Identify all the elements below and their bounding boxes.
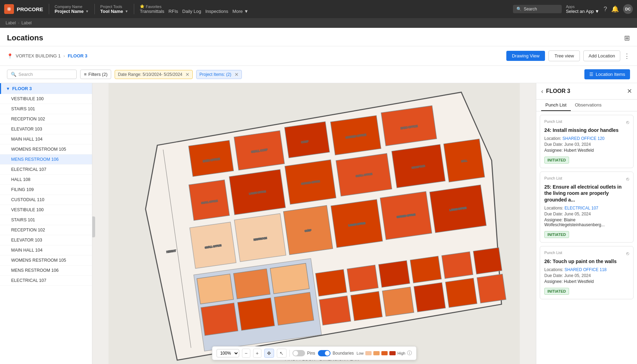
floor-plan-svg[interactable]: EXEC OFFICE SMALL CONF CONF SHARED OFFIC… <box>92 83 536 364</box>
external-link-icon-0[interactable]: ⎋ <box>626 119 629 125</box>
sidebar-item-4[interactable]: MAIN HALL 104 <box>0 134 92 144</box>
drawing-view-button[interactable]: Drawing View <box>506 51 545 61</box>
sidebar-item-13[interactable]: RECEPTION 102 <box>0 225 92 235</box>
inspections-link[interactable]: Inspections <box>205 9 228 14</box>
apps-dropdown-icon: ▼ <box>595 9 599 14</box>
sidebar-item-5[interactable]: WOMENS RESTROOM 105 <box>0 144 92 155</box>
svg-rect-23 <box>442 252 473 278</box>
panel-back-button[interactable]: ‹ <box>541 88 543 95</box>
card-location-0: Location: SHARED OFFICE 120 <box>544 136 629 141</box>
favorites-links: Transmittals RFIs Daily Log Inspections … <box>140 9 248 14</box>
location-items-button[interactable]: ☰ Location Items <box>584 69 630 79</box>
svg-rect-30 <box>477 274 506 303</box>
legend-high-label: High <box>398 351 406 355</box>
project-tools-selector[interactable]: Project Tools Tool Name ▼ <box>100 5 128 14</box>
date-range-close-icon[interactable]: ✕ <box>185 72 190 77</box>
add-location-button[interactable]: Add Location <box>583 50 620 61</box>
sidebar-item-18[interactable]: ELECTRICAL 107 <box>0 276 92 286</box>
external-link-icon-1[interactable]: ⎋ <box>626 176 629 182</box>
sidebar-item-16[interactable]: WOMENS RESTROOM 105 <box>0 255 92 266</box>
boundaries-toggle[interactable] <box>318 350 331 356</box>
sidebar-item-12[interactable]: STAIRS 101 <box>0 215 92 225</box>
grid-icon[interactable]: ⊞ <box>624 34 630 42</box>
sidebar-item-15[interactable]: MAIN HALL 104 <box>0 245 92 255</box>
svg-rect-19 <box>315 269 347 296</box>
notifications-icon[interactable]: 🔔 <box>611 5 619 13</box>
page-title: Locations <box>7 33 43 42</box>
sidebar-items-list: VESTIBULE 100STAIRS 101RECEPTION 102ELEV… <box>0 94 92 286</box>
boundaries-toggle-group[interactable]: Boundaries <box>318 350 354 356</box>
sidebar-item-2[interactable]: RECEPTION 102 <box>0 114 92 124</box>
breadcrumb-label-2[interactable]: Label <box>21 21 31 25</box>
more-link[interactable]: More ▼ <box>232 9 248 14</box>
card-header-0: Punch List ⎋ <box>544 119 629 125</box>
list-icon: ☰ <box>589 72 593 77</box>
sidebar-floor-item[interactable]: ▼ FLOOR 3 <box>0 83 92 94</box>
pan-tool-button[interactable]: ✥ <box>264 349 274 358</box>
external-link-icon-2[interactable]: ⎋ <box>626 251 629 256</box>
project-items-close-icon[interactable]: ✕ <box>235 72 239 77</box>
sidebar-item-3[interactable]: ELEVATOR 103 <box>0 124 92 134</box>
favorites-label: ⭐ Favorites <box>140 4 248 9</box>
project-items-label: Project Items: (2) <box>199 72 231 77</box>
card-assignee-2: Assignee: Hubert Westfeld <box>544 279 629 284</box>
sidebar-item-17[interactable]: MENS RESTROOM 106 <box>0 266 92 276</box>
svg-rect-29 <box>445 278 477 307</box>
card-location-link-1[interactable]: ELECTRICAL 107 <box>565 206 598 211</box>
date-range-chip[interactable]: Date Range: 5/10/2024- 5/25/2024 ✕ <box>115 70 193 79</box>
sidebar-item-6[interactable]: MENS RESTROOM 106 <box>0 155 92 165</box>
tab-observations[interactable]: Observations <box>571 100 606 111</box>
sidebar-item-1[interactable]: STAIRS 101 <box>0 104 92 114</box>
card-due-date-1: Due Date: June 05, 2024 <box>544 212 629 216</box>
panel-header: ‹ FLOOR 3 ✕ <box>536 83 637 100</box>
svg-rect-32 <box>197 274 233 304</box>
zoom-out-button[interactable]: − <box>242 349 250 358</box>
card-status-badge-0: INITIATED <box>544 157 569 164</box>
select-tool-button[interactable]: ↖ <box>277 349 286 358</box>
tree-view-button[interactable]: Tree view <box>548 50 580 61</box>
rfis-link[interactable]: RFIs <box>169 9 178 14</box>
panel-close-button[interactable]: ✕ <box>627 87 632 95</box>
card-location-link-0[interactable]: SHARED OFFICE 120 <box>562 136 605 141</box>
location-path: 📍 VORTEX BUILDING 1 › FLOOR 3 <box>7 53 87 59</box>
sidebar-item-14[interactable]: ELEVATOR 103 <box>0 235 92 245</box>
left-scroll-handle[interactable] <box>92 216 95 237</box>
project-dropdown-icon: ▼ <box>85 9 89 13</box>
sidebar-item-11[interactable]: VESTIBULE 100 <box>0 205 92 215</box>
app-selector[interactable]: Apps Select an App ▼ <box>566 5 599 14</box>
filters-button[interactable]: ≡ Filters (2) <box>80 70 111 79</box>
zoom-selector[interactable]: 100% 75% 50% 125% 150% <box>216 349 239 357</box>
project-items-chip[interactable]: Project Items: (2) ✕ <box>196 70 241 79</box>
sidebar-item-10[interactable]: CUSTODIAL 110 <box>0 195 92 205</box>
search-box[interactable]: 🔍 <box>7 70 77 79</box>
sidebar-item-8[interactable]: HALL 108 <box>0 175 92 185</box>
pins-toggle[interactable] <box>292 350 305 356</box>
sidebar-item-7[interactable]: ELECTRICAL 107 <box>0 165 92 175</box>
company-project-selector[interactable]: Company Name Project Name ▼ <box>55 5 89 14</box>
help-icon[interactable]: ? <box>604 6 607 13</box>
more-options-icon[interactable]: ⋮ <box>624 52 630 60</box>
sidebar-item-9[interactable]: FILING 109 <box>0 185 92 195</box>
daily-log-link[interactable]: Daily Log <box>182 9 201 14</box>
sidebar-item-0[interactable]: VESTIBULE 100 <box>0 94 92 104</box>
legend-low-label: Low <box>356 351 363 355</box>
card-location-2: Locations: SHARED OFFICE 118 <box>544 267 629 272</box>
search-input[interactable] <box>18 72 73 77</box>
user-avatar[interactable]: DC <box>623 4 633 14</box>
legend-mid2-color <box>382 351 388 355</box>
transmittals-link[interactable]: Transmittals <box>140 9 164 14</box>
breadcrumb-label-1[interactable]: Label <box>6 21 16 25</box>
logo-area[interactable]: PROCORE <box>4 4 43 14</box>
building-link[interactable]: VORTEX BUILDING 1 <box>16 53 61 58</box>
tab-punch-list[interactable]: Punch List <box>541 100 571 111</box>
legend-info-icon[interactable]: ⓘ <box>407 350 412 356</box>
nav-divider-1 <box>49 4 49 14</box>
nav-search-area[interactable]: 🔍 Search <box>513 5 562 13</box>
svg-rect-22 <box>410 256 442 283</box>
sidebar: ▼ FLOOR 3 VESTIBULE 100STAIRS 101RECEPTI… <box>0 83 92 364</box>
zoom-in-button[interactable]: + <box>253 349 261 358</box>
pins-toggle-group[interactable]: Pins <box>292 350 315 356</box>
card-location-link-2[interactable]: SHARED OFFICE 118 <box>565 267 607 272</box>
filter-icon: ≡ <box>84 72 87 77</box>
procore-logo-icon <box>4 4 14 14</box>
